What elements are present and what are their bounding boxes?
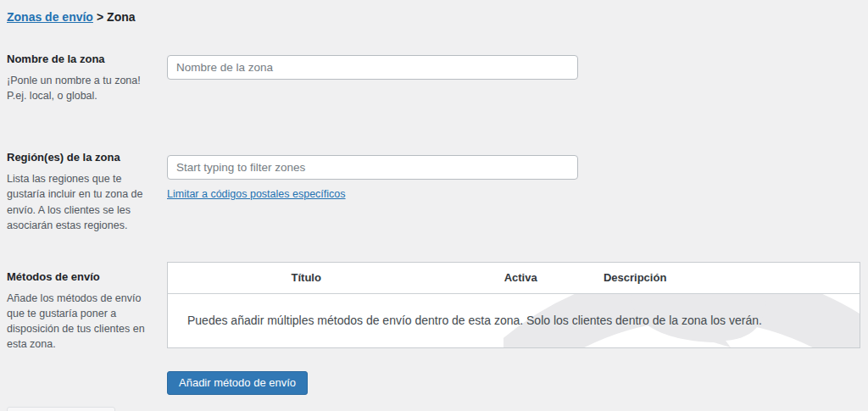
zone-regions-field-column: Limitar a códigos postales específicos — [167, 151, 860, 201]
shipping-zone-settings-page: Zonas de envío>Zona Nombre de la zona ¡P… — [0, 0, 868, 395]
shipping-methods-description: Añade los métodos de envío que te gustar… — [7, 291, 153, 353]
zone-name-description: ¡Ponle un nombre a tu zona! P.ej. local,… — [7, 73, 153, 103]
shipping-methods-title: Métodos de envío — [7, 270, 153, 283]
limit-postcodes-link[interactable]: Limitar a códigos postales específicos — [167, 188, 346, 200]
column-header-titulo: Título — [168, 271, 444, 284]
breadcrumb-separator: > — [97, 10, 103, 24]
breadcrumb-link-shipping-zones[interactable]: Zonas de envío — [7, 10, 93, 24]
shipping-methods-row: Métodos de envío Añade los métodos de en… — [7, 270, 860, 395]
zone-name-row: Nombre de la zona ¡Ponle un nombre a tu … — [7, 53, 860, 103]
zone-regions-title: Región(es) de la zona — [7, 151, 153, 164]
shipping-methods-table-header: Título Activa Descripción — [168, 263, 860, 294]
zone-name-title: Nombre de la zona — [7, 53, 153, 65]
shipping-methods-table-column: Título Activa Descripción Puedes añadir … — [167, 270, 860, 395]
zone-name-input[interactable] — [167, 55, 578, 80]
zone-name-label-column: Nombre de la zona ¡Ponle un nombre a tu … — [7, 53, 167, 103]
no-methods-message: Puedes añadir múltiples métodos de envío… — [168, 294, 860, 327]
breadcrumb-current-zone: Zona — [107, 10, 135, 24]
shipping-methods-table-body: Puedes añadir múltiples métodos de envío… — [168, 294, 860, 347]
shipping-methods-table: Título Activa Descripción Puedes añadir … — [167, 262, 860, 348]
breadcrumb: Zonas de envío>Zona — [7, 8, 860, 24]
shipping-methods-label-column: Métodos de envío Añade los métodos de en… — [7, 270, 167, 353]
zone-regions-label-column: Región(es) de la zona Lista las regiones… — [7, 151, 167, 233]
zone-name-field-column — [167, 53, 860, 80]
zone-regions-filter-input[interactable] — [167, 155, 578, 180]
add-shipping-method-button[interactable]: Añadir método de envío — [167, 371, 308, 395]
zone-regions-row: Región(es) de la zona Lista las regiones… — [7, 151, 860, 233]
save-changes-button[interactable]: Guardar cambios — [7, 407, 115, 411]
column-header-activa: Activa — [444, 271, 597, 284]
column-header-descripcion: Descripción — [597, 271, 860, 284]
zone-regions-description: Lista las regiones que te gustaría inclu… — [7, 171, 153, 233]
